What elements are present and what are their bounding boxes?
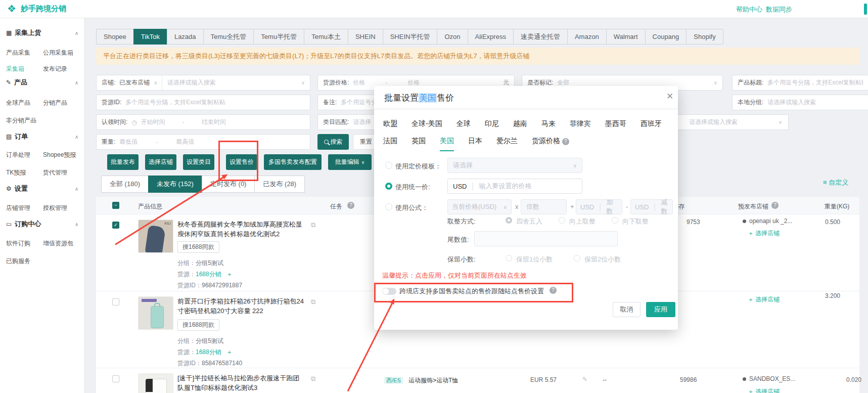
tab-shopee[interactable]: Shopee bbox=[96, 29, 134, 45]
sidebar-section-product[interactable]: ✎产品∧ bbox=[6, 78, 27, 87]
formula-add-input[interactable]: USD│加数 bbox=[576, 199, 622, 214]
weight-max-input[interactable]: 最高值 bbox=[176, 138, 194, 146]
claim-time-filter[interactable]: 认领时间: ◷ 开始时间 - 结束时间 bbox=[96, 114, 310, 130]
tab-aliexpress-full[interactable]: 速卖通全托管 bbox=[513, 29, 568, 45]
sidebar-item-freight-management[interactable]: 货代管理 bbox=[43, 168, 67, 177]
product-image[interactable]: KILI bbox=[138, 220, 173, 253]
sidebar-item-software-purchase[interactable]: 软件订购 bbox=[6, 239, 30, 248]
tab-uk[interactable]: 英国 bbox=[412, 137, 426, 151]
radio-pricing-template[interactable] bbox=[385, 162, 392, 169]
tab-walmart[interactable]: Walmart bbox=[606, 29, 646, 45]
radio-uniform-price[interactable] bbox=[385, 183, 392, 190]
cancel-button[interactable]: 取消 bbox=[613, 302, 641, 317]
tab-temu-semi[interactable]: Temu半托管 bbox=[253, 29, 304, 45]
batch-publish-button[interactable]: 批量发布 bbox=[107, 154, 139, 170]
formula-multiplier-input[interactable]: 倍数 bbox=[521, 199, 567, 214]
edit-title-icon[interactable]: ⧉ bbox=[311, 221, 315, 229]
tab-temu-full[interactable]: Temu全托管 bbox=[203, 29, 254, 45]
sidebar-item-publish-record[interactable]: 发布记录 bbox=[43, 65, 67, 73]
sidebar-item-product-collect[interactable]: 产品采集 bbox=[6, 49, 30, 57]
source-id-filter[interactable]: 货源ID: 多个用逗号分隔，支持Excel复制粘贴 bbox=[96, 95, 310, 110]
tab-aliexpress[interactable]: AliExpress bbox=[468, 29, 514, 45]
tail-value-input[interactable] bbox=[474, 231, 618, 246]
radio-one-decimal[interactable] bbox=[506, 255, 512, 261]
tab-amazon[interactable]: Amazon bbox=[567, 29, 607, 45]
right-select-placeholder[interactable]: 请选择或输入搜索 bbox=[689, 118, 738, 126]
tab-all[interactable]: 全部 (180) bbox=[101, 176, 149, 193]
uniform-price-input[interactable]: USD│输入要设置的价格 bbox=[447, 179, 582, 194]
sidebar-item-non-distribution-products[interactable]: 非分销产品 bbox=[6, 116, 36, 125]
radio-formula[interactable] bbox=[385, 203, 392, 210]
sidebar-item-shop-management[interactable]: 店铺管理 bbox=[6, 204, 30, 212]
sidebar-section-collect[interactable]: ▦采集上货∧ bbox=[6, 28, 41, 37]
search-button[interactable]: 搜索 bbox=[317, 134, 349, 150]
local-group-filter[interactable]: 本地分组: 请选择或输入搜索 bbox=[732, 95, 868, 110]
search-1688-badge[interactable]: 搜1688同款 bbox=[177, 241, 219, 253]
tab-shein-semi[interactable]: SHEIN半托管 bbox=[383, 29, 438, 45]
tab-spain[interactable]: 西班牙 bbox=[641, 119, 662, 128]
product-image[interactable] bbox=[138, 296, 173, 330]
claim-end-input[interactable]: 结束时间 bbox=[202, 118, 226, 126]
sidebar-section-settings[interactable]: ⚙设置∧ bbox=[6, 184, 28, 193]
tab-ozon[interactable]: Ozon bbox=[437, 29, 468, 45]
tab-japan[interactable]: 日本 bbox=[468, 137, 482, 151]
tab-temu-local[interactable]: Temu本土 bbox=[304, 29, 348, 45]
shop-search-select[interactable]: 请选择或输入搜索 bbox=[167, 78, 216, 87]
tab-indonesia[interactable]: 印尼 bbox=[485, 119, 499, 128]
formula-base-select[interactable]: 当前价格(USD)∨ bbox=[447, 199, 512, 214]
tab-published[interactable]: 已发布 (28) bbox=[254, 176, 305, 193]
source-1688-link[interactable]: 1688分销 bbox=[196, 348, 221, 356]
price-min-input[interactable]: 价格 bbox=[353, 78, 365, 87]
help-icon[interactable]: ? bbox=[771, 202, 779, 209]
batch-edit-button[interactable]: 批量编辑∨ bbox=[328, 154, 372, 170]
close-icon[interactable]: ✕ bbox=[666, 91, 673, 102]
select-shop-link[interactable]: ＋ 选择店铺 bbox=[748, 387, 780, 393]
sidebar-item-public-collect-box[interactable]: 公用采集箱 bbox=[43, 49, 73, 57]
sidebar-section-subscribe[interactable]: ▭订购中心∧ bbox=[6, 220, 41, 229]
radio-round-down[interactable] bbox=[612, 217, 618, 224]
tab-coupang[interactable]: Coupang bbox=[645, 29, 687, 45]
tab-ireland[interactable]: 爱尔兰 bbox=[496, 137, 518, 151]
tab-scheduled[interactable]: 定时发布 (0) bbox=[202, 176, 255, 193]
add-source-icon[interactable]: ＋ bbox=[226, 271, 233, 278]
tab-source-price[interactable]: 货源价格 ? bbox=[532, 137, 569, 151]
tab-vietnam[interactable]: 越南 bbox=[513, 119, 527, 128]
tab-france[interactable]: 法国 bbox=[383, 137, 397, 151]
help-icon[interactable]: ? bbox=[347, 202, 354, 209]
tab-eu[interactable]: 欧盟 bbox=[383, 119, 397, 128]
select-shop-button[interactable]: 选择店铺 bbox=[145, 154, 176, 170]
tab-malaysia[interactable]: 马来 bbox=[541, 119, 556, 128]
sidebar-item-purchased-services[interactable]: 已购服务 bbox=[6, 257, 30, 266]
row-checkbox[interactable] bbox=[112, 375, 119, 382]
product-title-input[interactable]: 多个用逗号分隔，支持Excel复制粘贴 bbox=[767, 78, 863, 87]
product-title[interactable]: 秋冬香蕉阔腿裤女冬季加绒加厚高腰宽松显瘦休闲窄版直筒长裤标题优化测试2 bbox=[177, 220, 305, 239]
source-1688-link[interactable]: 1688分销 bbox=[196, 271, 221, 278]
pricing-template-select[interactable]: 请选择∨ bbox=[447, 158, 582, 173]
local-group-select[interactable]: 请选择或输入搜索 bbox=[767, 98, 816, 107]
edit-title-icon[interactable]: ⧉ bbox=[311, 298, 315, 306]
sidebar-item-collect-box[interactable]: 采集箱 bbox=[6, 65, 24, 73]
edit-price-icon[interactable]: ✎ bbox=[582, 376, 587, 383]
sidebar-item-value-added-pack[interactable]: 增值资源包 bbox=[43, 239, 73, 248]
right-edge-widget[interactable] bbox=[864, 4, 867, 15]
edit-title-icon[interactable]: ⧉ bbox=[311, 375, 315, 383]
sidebar-item-authorization-management[interactable]: 授权管理 bbox=[43, 204, 67, 212]
sidebar-item-global-products[interactable]: 全球产品 bbox=[6, 99, 30, 107]
row-checkbox[interactable] bbox=[112, 298, 119, 305]
customize-columns-link[interactable]: ≡ 自定义 bbox=[823, 178, 848, 187]
select-all-checkbox[interactable]: − bbox=[112, 202, 119, 209]
sidebar-item-tk-forecast[interactable]: TK预报 bbox=[6, 168, 26, 177]
radio-round-half[interactable] bbox=[506, 217, 512, 224]
shop-type-select[interactable]: 已发布店铺∨ bbox=[119, 75, 162, 90]
sidebar-item-shopee-forecast[interactable]: Shopee预报 bbox=[43, 151, 76, 159]
radio-round-up[interactable] bbox=[559, 217, 565, 224]
tab-global-us[interactable]: 全球-美国 bbox=[412, 119, 442, 128]
select-shop-link[interactable]: ＋ 选择店铺 bbox=[748, 229, 780, 238]
multi-country-publish-config-button[interactable]: 多国售卖发布配置 bbox=[264, 154, 322, 170]
tab-us[interactable]: 美国 bbox=[440, 137, 454, 151]
tab-shein[interactable]: SHEIN bbox=[348, 29, 383, 45]
help-icon[interactable]: ? bbox=[562, 138, 569, 145]
claim-start-input[interactable]: 开始时间 bbox=[141, 118, 165, 126]
weight-filter[interactable]: 重量: 最低值 - 最高值 bbox=[96, 134, 310, 150]
apply-button[interactable]: 应用 bbox=[646, 302, 675, 317]
